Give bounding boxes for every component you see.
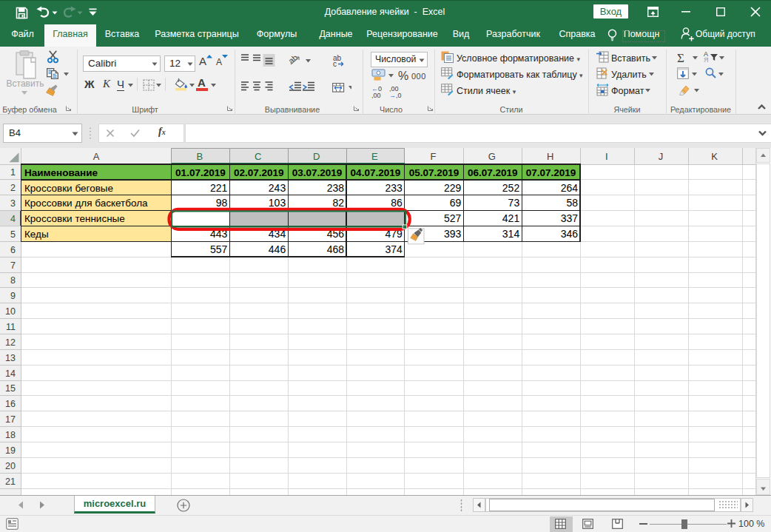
svg-text:252: 252: [502, 182, 520, 194]
svg-text:Кроссовки теннисные: Кроссовки теннисные: [24, 213, 125, 224]
svg-text:314: 314: [502, 228, 520, 240]
svg-text:ab: ab: [286, 54, 299, 65]
svg-text:86: 86: [391, 197, 403, 209]
svg-text:05.07.2019: 05.07.2019: [409, 167, 459, 178]
svg-text:12: 12: [5, 337, 16, 348]
svg-text:346: 346: [561, 228, 579, 240]
svg-text:14: 14: [5, 368, 16, 379]
svg-text:2: 2: [10, 183, 16, 193]
svg-text:393: 393: [444, 228, 462, 240]
svg-text:11: 11: [6, 322, 16, 332]
svg-text:421: 421: [502, 212, 520, 224]
svg-text:Наименование: Наименование: [24, 167, 98, 178]
svg-text:69: 69: [450, 197, 462, 209]
svg-text:337: 337: [561, 212, 579, 224]
svg-text:8: 8: [10, 275, 16, 286]
svg-text:17: 17: [5, 414, 16, 425]
svg-text:c: c: [333, 60, 337, 68]
svg-text:F: F: [431, 151, 437, 162]
svg-text:K: K: [711, 151, 718, 162]
svg-text:18: 18: [5, 430, 16, 440]
svg-text:6: 6: [10, 245, 16, 255]
svg-text:04.07.2019: 04.07.2019: [351, 167, 401, 178]
svg-text:229: 229: [444, 182, 462, 194]
svg-text:16: 16: [5, 399, 16, 409]
svg-text:527: 527: [444, 212, 462, 224]
svg-text:J: J: [659, 151, 664, 162]
svg-text:G: G: [488, 151, 496, 162]
svg-text:C: C: [255, 151, 261, 162]
svg-text:15: 15: [5, 383, 16, 394]
svg-text:3: 3: [10, 198, 16, 209]
svg-text:20: 20: [5, 461, 16, 471]
svg-text:B: B: [197, 151, 203, 162]
svg-text:103: 103: [269, 197, 286, 209]
svg-text:73: 73: [508, 197, 520, 209]
svg-text:7: 7: [10, 260, 16, 271]
svg-text:E: E: [371, 151, 378, 162]
svg-text:557: 557: [210, 243, 228, 255]
svg-text:374: 374: [385, 243, 403, 255]
svg-text:264: 264: [561, 182, 579, 194]
svg-text:98: 98: [216, 197, 228, 209]
svg-text:H: H: [547, 151, 553, 162]
svg-text:243: 243: [269, 182, 286, 194]
svg-text:13: 13: [5, 353, 16, 363]
svg-text:02.07.2019: 02.07.2019: [234, 167, 284, 178]
svg-text:07.07.2019: 07.07.2019: [526, 167, 576, 178]
svg-text:1: 1: [10, 167, 16, 178]
svg-text:Кроссовки для баскетбола: Кроссовки для баскетбола: [24, 198, 148, 209]
svg-text:Кроссовки беговые: Кроссовки беговые: [24, 183, 113, 194]
svg-text:58: 58: [567, 197, 579, 209]
svg-text:5: 5: [10, 229, 16, 240]
svg-text:221: 221: [210, 182, 228, 194]
svg-text:446: 446: [269, 243, 286, 255]
svg-text:82: 82: [332, 197, 344, 209]
svg-text:D: D: [313, 151, 320, 162]
svg-text:03.07.2019: 03.07.2019: [292, 167, 343, 178]
svg-text:I: I: [605, 151, 608, 162]
svg-text:9: 9: [10, 291, 16, 301]
svg-text:A: A: [93, 151, 100, 162]
svg-text:233: 233: [385, 182, 403, 194]
svg-text:Кеды: Кеды: [24, 229, 49, 240]
svg-text:238: 238: [327, 182, 345, 194]
svg-text:10: 10: [5, 306, 16, 317]
svg-text:21: 21: [5, 477, 16, 487]
svg-text:01.07.2019: 01.07.2019: [175, 167, 226, 178]
svg-text:468: 468: [327, 243, 345, 255]
svg-text:06.07.2019: 06.07.2019: [468, 167, 518, 178]
svg-text:4: 4: [10, 214, 16, 224]
svg-text:19: 19: [5, 445, 16, 456]
